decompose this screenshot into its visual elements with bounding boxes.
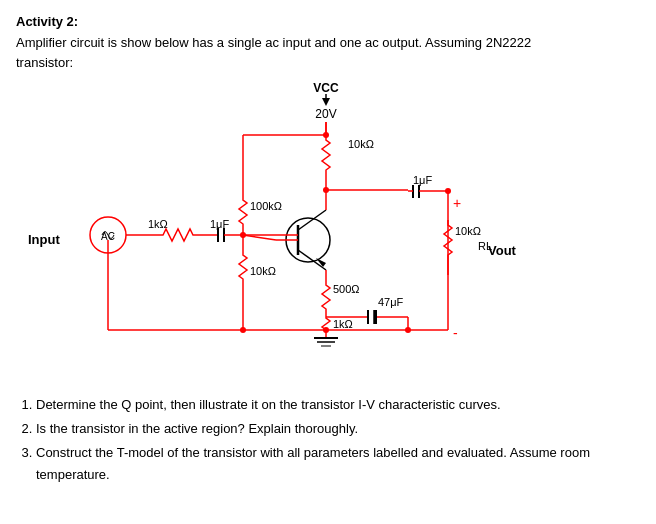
rl-val: 10kΩ xyxy=(455,225,481,237)
vout-plus: + xyxy=(453,195,461,211)
question-1: Determine the Q point, then illustrate i… xyxy=(36,394,640,416)
vout-minus: - xyxy=(453,325,458,341)
vout-label: Vout xyxy=(488,243,517,258)
svg-rect-26 xyxy=(374,310,377,324)
page: Activity 2: Amplifier circuit is show be… xyxy=(0,0,656,498)
desc-line2: transistor: xyxy=(16,55,73,70)
r1-label: 1kΩ xyxy=(148,218,168,230)
ce-label: 47μF xyxy=(378,296,404,308)
re-label: 500Ω xyxy=(333,283,360,295)
svg-line-17 xyxy=(298,250,326,270)
question-3: Construct the T-model of the transistor … xyxy=(36,442,640,486)
svg-marker-1 xyxy=(322,98,330,106)
svg-line-16 xyxy=(298,210,326,230)
circuit-diagram: VCC 20V 10kΩ 1μF xyxy=(18,80,638,390)
input-label: Input xyxy=(28,232,60,247)
svg-point-48 xyxy=(240,327,246,333)
svg-point-29 xyxy=(405,327,411,333)
r2-label: 100kΩ xyxy=(250,200,282,212)
description: Amplifier circuit is show below has a si… xyxy=(16,33,640,72)
rc-label: 10kΩ xyxy=(348,138,374,150)
question-2: Is the transistor in the active region? … xyxy=(36,418,640,440)
vcc-label: VCC xyxy=(313,81,339,95)
desc-line1: Amplifier circuit is show below has a si… xyxy=(16,35,531,50)
c1-label: 1μF xyxy=(210,218,229,230)
vcc-voltage: 20V xyxy=(315,107,336,121)
activity-title: Activity 2: xyxy=(16,14,640,29)
svg-point-21 xyxy=(323,187,329,193)
svg-point-32 xyxy=(323,327,329,333)
questions-section: Determine the Q point, then illustrate i… xyxy=(16,394,640,486)
cc2-label: 1μF xyxy=(413,174,432,186)
re2-label: 1kΩ xyxy=(333,318,353,330)
rb-label: 10kΩ xyxy=(250,265,276,277)
